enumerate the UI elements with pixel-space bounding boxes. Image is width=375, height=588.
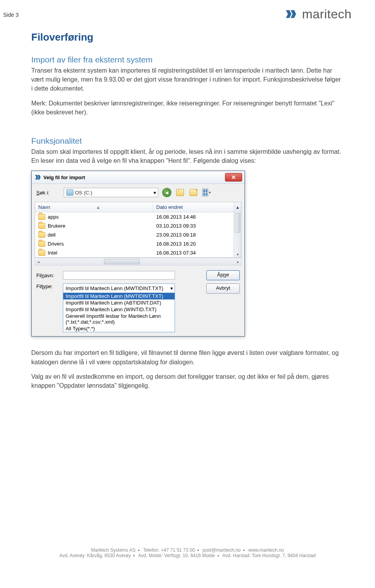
page-number: Side 3 [3, 12, 19, 18]
list-item[interactable]: Drivers16.08.2013 16:20 [35, 239, 234, 248]
vertical-scrollbar[interactable]: ▾ [234, 212, 241, 257]
svg-marker-1 [291, 10, 296, 18]
section-funk-heading: Funksjonalitet [31, 136, 344, 146]
page-footer: Maritech Systems AS▪ Telefon: +47 71 51 … [0, 547, 375, 558]
list-item[interactable]: Intel16.08.2013 07:34 [35, 248, 234, 257]
chevron-down-icon: ▾ [170, 285, 173, 291]
view-button[interactable]: ▾ [202, 188, 211, 197]
back-button[interactable]: ◄ [162, 188, 171, 197]
search-in-label: Søk i: [36, 190, 60, 196]
app-icon [35, 174, 41, 180]
folder-up-icon [176, 189, 184, 196]
filename-input[interactable] [63, 271, 175, 280]
drive-combo[interactable]: OS (C:) ▾ [64, 188, 158, 197]
paragraph: Dersom du har importert en fil tidligere… [31, 348, 344, 366]
cancel-button[interactable]: Avbryt [206, 283, 240, 294]
close-button[interactable] [225, 173, 242, 182]
file-dialog: Velg fil for import Søk i: OS (C:) ▾ ◄ ▾… [31, 171, 245, 337]
filetype-option[interactable]: Generell Importfil lesbar for Maritech L… [63, 313, 175, 325]
paragraph: Valg av en fil vil avstedkomme en import… [31, 372, 344, 390]
folder-icon [38, 214, 45, 220]
filetype-option[interactable]: All Types(*.*) [63, 325, 175, 332]
svg-marker-2 [35, 175, 38, 180]
list-item[interactable]: Brukere03.10.2013 09:33 [35, 221, 234, 230]
drive-icon [66, 189, 73, 196]
scroll-left-button[interactable]: ◂ [35, 260, 41, 264]
folder-icon [38, 232, 45, 238]
folder-icon [38, 223, 45, 229]
filetype-option[interactable]: Importfil til Maritech Lønn (WINTID.TXT) [63, 306, 175, 313]
svg-marker-0 [286, 10, 291, 18]
scroll-down-button[interactable]: ▾ [234, 251, 241, 257]
scroll-right-button[interactable]: ▸ [235, 260, 241, 264]
paragraph: Transer fra eksternt system kan importer… [31, 66, 344, 93]
sort-caret-icon: ▴ [97, 204, 100, 210]
paragraph: Data som skal importeres til oppgitt kli… [31, 147, 344, 165]
logo: maritech [285, 7, 352, 21]
list-item[interactable]: dell23.09.2013 09:18 [35, 230, 234, 239]
folder-new-icon [189, 189, 197, 196]
page-title: Filoverføring [31, 31, 344, 43]
scroll-thumb[interactable] [104, 259, 140, 264]
scroll-thumb[interactable] [235, 213, 240, 233]
scroll-up-button[interactable]: ▴ [234, 202, 241, 212]
section-import-heading: Import av filer fra eksternt system [31, 55, 344, 64]
dialog-titlebar: Velg fil for import [32, 171, 245, 184]
close-icon [231, 175, 236, 180]
logo-icon [285, 9, 300, 20]
dialog-title: Velg fil for import [43, 175, 85, 180]
filetype-combo[interactable]: Importfil til Maritech Lønn (MWTIDINT.TX… [63, 283, 175, 332]
open-button[interactable]: Åpne [206, 270, 240, 280]
col-header-date[interactable]: Dato endret [153, 202, 234, 212]
horizontal-scrollbar[interactable]: ◂ ▸ [35, 258, 241, 265]
view-icon [202, 189, 208, 196]
col-header-name[interactable]: Navn▴ [35, 202, 153, 212]
filetype-option[interactable]: Importfil til Maritech Lønn (MWTIDINT.TX… [63, 293, 175, 299]
filename-label: Filnavn: [36, 273, 60, 278]
file-list: Navn▴ Dato endret ▴ apps16.08.2013 14:46… [35, 202, 241, 258]
filetype-label: Filtype: [36, 283, 60, 289]
paragraph: Merk: Dokumentet beskriver lønnsregistre… [31, 99, 344, 117]
folder-icon [38, 241, 45, 247]
filetype-dropdown: Importfil til Maritech Lønn (MWTIDINT.TX… [63, 292, 175, 332]
chevron-down-icon: ▾ [154, 190, 156, 196]
logo-text: maritech [302, 7, 352, 21]
filetype-option[interactable]: Importfil til Maritech Lønn (ABTIDINT.DA… [63, 299, 175, 306]
new-folder-button[interactable] [189, 188, 198, 197]
list-item[interactable]: apps16.08.2013 14:46 [35, 212, 234, 221]
folder-icon [38, 250, 45, 256]
up-folder-button[interactable] [175, 188, 185, 197]
